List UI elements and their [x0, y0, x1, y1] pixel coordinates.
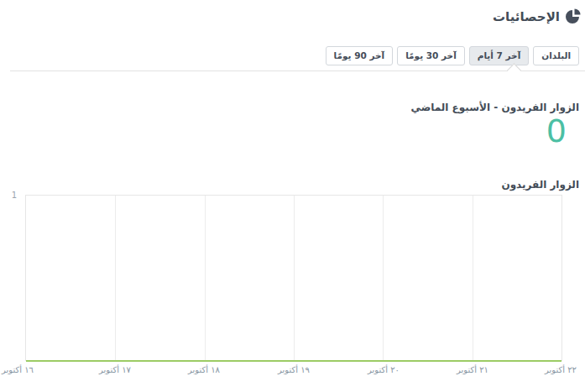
chart-title-unique-visitors: الزوار الفريدون: [501, 179, 579, 191]
filter-button-last-30-days[interactable]: آخر 30 يومًا: [397, 46, 465, 65]
x-axis-label: ١٧ أكتوبر: [99, 365, 131, 374]
x-axis: ١٦ أكتوبر ١٧ أكتوبر ١٨ أكتوبر ١٩ أكتوبر …: [0, 365, 585, 377]
page-header: الإحصائيات: [493, 8, 581, 25]
x-axis-label: ١٩ أكتوبر: [278, 365, 310, 374]
x-axis-label: ٢١ أكتوبر: [457, 365, 488, 374]
selected-filter-caret-icon: [506, 63, 521, 78]
filter-button-countries[interactable]: البلدان: [533, 46, 579, 65]
page-title: الإحصائيات: [493, 9, 560, 24]
pie-chart-icon: [564, 8, 581, 25]
y-axis-tick-top: 1: [7, 191, 17, 200]
x-axis-label: ١٦ أكتوبر: [2, 365, 34, 374]
x-axis-label: ٢٢ أكتوبر: [545, 365, 577, 374]
stat-value-unique-visitors: 0: [546, 112, 567, 149]
x-axis-label: ١٨ أكتوبر: [188, 365, 220, 374]
x-axis-label: ٢٠ أكتوبر: [368, 365, 400, 374]
series-line-unique-visitors: [26, 360, 561, 362]
chart-gridline: [115, 196, 116, 361]
chart-gridline: [294, 196, 295, 361]
section-divider: [10, 71, 585, 71]
filter-button-last-7-days[interactable]: آخر 7 أيام: [469, 46, 530, 65]
filter-button-last-90-days[interactable]: آخر 90 يومًا: [326, 46, 394, 65]
stat-label-unique-visitors-last-week: الزوار الفريدون - الأسبوع الماضي: [411, 102, 580, 113]
filter-button-group: البلدان آخر 7 أيام آخر 30 يومًا آخر 90 ي…: [326, 46, 579, 65]
chart-gridline: [383, 196, 384, 361]
visitors-line-chart: [25, 195, 562, 361]
chart-gridline: [473, 196, 473, 361]
chart-gridline: [205, 196, 206, 361]
